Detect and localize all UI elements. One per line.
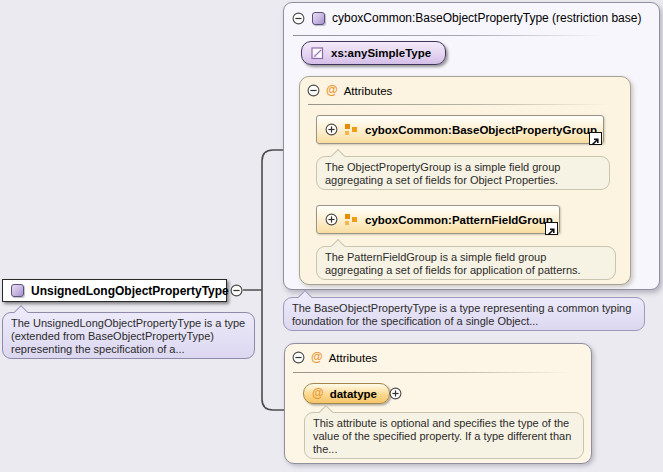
expand-icon[interactable] (325, 213, 338, 226)
attributes-header: @ Attributes (292, 351, 377, 364)
collapse-icon[interactable] (307, 84, 320, 97)
complex-type-icon (11, 284, 24, 297)
attribute-name: datatype (330, 388, 377, 400)
tooltip-text: The UnsignedLongObjectPropertyType is a … (11, 317, 245, 355)
complex-type-icon (312, 12, 325, 25)
collapse-icon[interactable] (292, 12, 305, 25)
attribute-group-name: cyboxCommon:PatternFieldGroup (365, 214, 553, 226)
inherited-type-label: xs:anySimpleType (331, 47, 431, 59)
goto-definition-icon[interactable] (589, 132, 602, 145)
simple-type-icon (311, 47, 324, 60)
attribute-group-icon (345, 123, 358, 136)
base-type-title: cyboxCommon:BaseObjectPropertyType (rest… (332, 11, 641, 25)
goto-definition-icon[interactable] (545, 222, 558, 235)
attribute-group-row[interactable]: cyboxCommon:PatternFieldGroup (316, 205, 560, 234)
tooltip-text: This attribute is optional and specifies… (313, 417, 571, 455)
attributes-label: Attributes (344, 85, 393, 97)
attribute-group-tooltip: The PatternFieldGroup is a simple field … (316, 246, 616, 280)
expand-icon[interactable] (325, 123, 338, 136)
collapse-icon[interactable] (230, 284, 243, 297)
attribute-group-name: cyboxCommon:BaseObjectPropertyGroup (365, 124, 597, 136)
tooltip-text: The ObjectPropertyGroup is a simple fiel… (325, 161, 560, 186)
base-attributes-section: @ Attributes cyboxCommon:BaseObjectPrope… (299, 76, 631, 285)
attribute-at-icon: @ (312, 387, 324, 400)
main-type-tooltip: The UnsignedLongObjectPropertyType is a … (2, 312, 255, 359)
tooltip-text: The PatternFieldGroup is a simple field … (325, 251, 581, 276)
attribute-group-tooltip: The ObjectPropertyGroup is a simple fiel… (316, 156, 610, 190)
separator (293, 372, 573, 373)
tooltip-text: The BaseObjectPropertyType is a type rep… (292, 302, 631, 327)
attribute-at-icon: @ (311, 351, 323, 364)
attribute-datatype[interactable]: @ datatype (303, 383, 390, 404)
separator (308, 104, 608, 105)
base-type-tooltip: The BaseObjectPropertyType is a type rep… (283, 297, 645, 331)
base-type-header: cyboxCommon:BaseObjectPropertyType (rest… (292, 11, 641, 25)
main-type-title: UnsignedLongObjectPropertyType (31, 284, 229, 298)
inherited-type-badge[interactable]: xs:anySimpleType (301, 41, 446, 65)
attribute-tooltip: This attribute is optional and specifies… (304, 412, 584, 459)
attribute-group-icon (345, 213, 358, 226)
own-attributes-box: @ Attributes @ datatype This attribute i… (284, 343, 592, 464)
attributes-header: @ Attributes (307, 84, 392, 97)
separator (293, 35, 603, 36)
attribute-group-row[interactable]: cyboxCommon:BaseObjectPropertyGroup (316, 115, 604, 144)
schema-diagram: cyboxCommon:BaseObjectPropertyType (rest… (0, 0, 663, 472)
main-type-box[interactable]: UnsignedLongObjectPropertyType (2, 279, 227, 302)
attribute-at-icon: @ (326, 84, 338, 97)
expand-icon[interactable] (389, 387, 402, 400)
base-type-box: cyboxCommon:BaseObjectPropertyType (rest… (283, 2, 660, 290)
collapse-icon[interactable] (292, 351, 305, 364)
attributes-label: Attributes (329, 352, 378, 364)
